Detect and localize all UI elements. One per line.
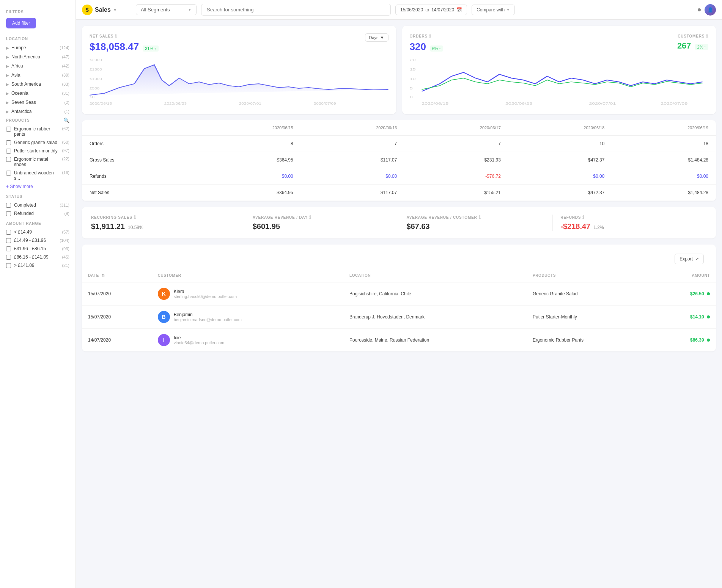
location-name: Seven Seas xyxy=(11,100,36,105)
add-filter-button[interactable]: Add filter xyxy=(6,18,36,28)
orders-chart: 20 15 10 5 0 2020/06/15 2020/06/23 xyxy=(410,57,709,107)
amount-checkbox[interactable] xyxy=(6,255,11,260)
location-item[interactable]: ▶Africa(42) xyxy=(0,61,76,71)
period-card: 2020/06/152020/06/162020/06/172020/06/18… xyxy=(82,120,716,201)
transactions-card: Export ↗ Date ⇅ xyxy=(82,245,716,351)
svg-text:£0: £0 xyxy=(90,95,94,99)
location-item[interactable]: ▶Asia(39) xyxy=(0,71,76,80)
product-count: (50) xyxy=(62,140,69,144)
avg-customer-info-icon[interactable]: ℹ xyxy=(479,215,481,220)
product-count: (16) xyxy=(62,170,69,175)
cell-date: 15/07/2020 xyxy=(82,282,152,306)
brand-icon: $ xyxy=(82,5,93,15)
period-cell: 18 xyxy=(612,136,716,152)
location-item[interactable]: ▶Europe(124) xyxy=(0,43,76,52)
svg-text:2020/07/01: 2020/07/01 xyxy=(239,101,261,105)
status-checkbox[interactable] xyxy=(6,203,11,208)
period-cell: $0.00 xyxy=(508,168,612,185)
col-customer: Customer xyxy=(152,269,343,282)
amount-count: (45) xyxy=(62,255,69,259)
period-cell: $472.37 xyxy=(508,185,612,201)
period-cell: $1,484.28 xyxy=(612,152,716,168)
segment-select[interactable]: All Segments ▼ xyxy=(136,4,197,15)
location-count: (31) xyxy=(62,91,69,96)
sort-icon: ⇅ xyxy=(102,273,105,278)
amount-item: £14.49 - £31.96(104) xyxy=(0,236,76,245)
amount-range: £86.15 - £141.09 xyxy=(14,254,49,260)
product-search-icon[interactable]: 🔍 xyxy=(63,118,69,123)
amount-item: < £14.49(57) xyxy=(0,228,76,236)
status-count: (311) xyxy=(60,203,69,207)
search-input[interactable] xyxy=(201,4,391,16)
stats-row: RECURRING SALES ℹ $1,911.21 10.58% AVERA… xyxy=(82,207,716,238)
topbar-icons: 👤 xyxy=(698,4,716,16)
location-item[interactable]: ▶South America(33) xyxy=(0,80,76,89)
amount-range: £14.49 - £31.96 xyxy=(14,238,46,243)
period-table-row: Gross Sales$364.95$117.07$231.93$472.37$… xyxy=(82,152,716,168)
orders-value: 320 xyxy=(410,41,426,53)
orders-info-icon[interactable]: ℹ xyxy=(429,33,431,39)
amount-checkbox[interactable] xyxy=(6,230,11,235)
amount-value: $86.39 xyxy=(690,337,704,343)
notification-icon[interactable] xyxy=(698,8,701,11)
customers-info-icon[interactable]: ℹ xyxy=(706,33,708,39)
avg-day-info-icon[interactable]: ℹ xyxy=(309,215,311,220)
period-cell: -$76.72 xyxy=(404,168,508,185)
period-row-label: Refunds xyxy=(82,168,197,185)
status-name: Completed xyxy=(14,202,36,208)
show-more-button[interactable]: + Show more xyxy=(0,182,76,191)
period-table-row: Orders8771018 xyxy=(82,136,716,152)
user-avatar[interactable]: 👤 xyxy=(705,4,716,16)
cell-customer: I Icie vinnie34@demo.putler.com xyxy=(152,329,343,352)
amount-list: < £14.49(57)£14.49 - £31.96(104)£31.96 -… xyxy=(0,228,76,270)
net-sales-info-icon[interactable]: ℹ xyxy=(115,33,117,39)
location-count: (1) xyxy=(64,109,69,114)
period-cell: 8 xyxy=(197,136,301,152)
refunds-info-icon[interactable]: ℹ xyxy=(582,215,585,220)
amount-checkbox[interactable] xyxy=(6,263,11,268)
col-location: Location xyxy=(343,269,527,282)
days-selector-button[interactable]: Days ▼ xyxy=(365,33,389,42)
amount-checkbox[interactable] xyxy=(6,246,11,251)
product-checkbox[interactable] xyxy=(6,127,11,132)
net-sales-badge: 31% ↑ xyxy=(143,45,159,52)
amount-value: $26.50 xyxy=(690,291,704,296)
location-item[interactable]: ▶Seven Seas(2) xyxy=(0,98,76,107)
period-cell: 7 xyxy=(301,136,405,152)
export-icon: ↗ xyxy=(695,256,699,262)
period-cell: $1,484.28 xyxy=(612,185,716,201)
amount-count: (104) xyxy=(60,238,69,243)
col-date[interactable]: Date ⇅ xyxy=(82,269,152,282)
period-cell: 7 xyxy=(404,136,508,152)
status-dot xyxy=(707,315,710,318)
product-checkbox[interactable] xyxy=(6,140,11,145)
amount-checkbox[interactable] xyxy=(6,238,11,243)
location-item[interactable]: ▶North America(47) xyxy=(0,52,76,61)
topbar: $ Sales ▼ All Segments ▼ 15/06/2020 to 1… xyxy=(76,0,722,20)
segment-chevron-icon: ▼ xyxy=(188,8,192,12)
recurring-info-icon[interactable]: ℹ xyxy=(134,215,136,220)
export-button[interactable]: Export ↗ xyxy=(675,254,704,264)
location-list: ▶Europe(124)▶North America(47)▶Africa(42… xyxy=(0,43,76,116)
sidebar: FILTERS Add filter LOCATION ▶Europe(124)… xyxy=(0,0,76,588)
location-item[interactable]: ▶Antarctica(1) xyxy=(0,107,76,116)
location-title: LOCATION xyxy=(0,33,76,43)
amount-item: £86.15 - £141.09(45) xyxy=(0,253,76,261)
svg-text:£1500: £1500 xyxy=(90,67,102,71)
customer-email: benjamin.madsen@demo.putler.com xyxy=(174,317,242,322)
product-checkbox[interactable] xyxy=(6,149,11,154)
product-checkbox[interactable] xyxy=(6,171,11,176)
cell-customer: B Benjamin benjamin.madsen@demo.putler.c… xyxy=(152,306,343,329)
compare-button[interactable]: Compare with ▼ xyxy=(472,5,515,15)
status-checkbox[interactable] xyxy=(6,211,11,216)
product-checkbox[interactable] xyxy=(6,157,11,162)
location-item[interactable]: ▶Oceania(31) xyxy=(0,89,76,98)
period-table: 2020/06/152020/06/162020/06/172020/06/18… xyxy=(82,120,716,201)
net-sales-label: NET SALES ℹ xyxy=(90,33,159,39)
svg-text:2020/06/23: 2020/06/23 xyxy=(505,102,532,106)
svg-text:£2000: £2000 xyxy=(90,58,102,61)
product-item: Ergonomic metal shoes(22) xyxy=(0,155,76,169)
svg-text:£500: £500 xyxy=(90,86,99,90)
calendar-icon: 📅 xyxy=(456,7,462,13)
date-range-picker[interactable]: 15/06/2020 to 14/07/2020 📅 xyxy=(395,5,467,15)
